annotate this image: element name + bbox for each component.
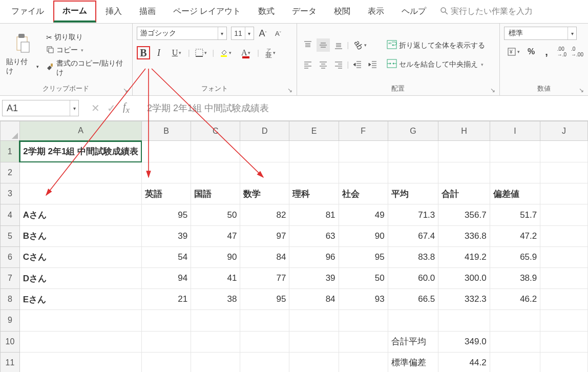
col-header-A[interactable]: A bbox=[19, 121, 141, 141]
cell-E7[interactable]: 39 bbox=[289, 268, 339, 289]
worksheet-grid[interactable]: A B C D E F G H I J 1 2学期 2年1組 中間試験成績表 bbox=[0, 121, 588, 372]
row-header-7[interactable]: 7 bbox=[1, 268, 20, 289]
cell-C2[interactable] bbox=[191, 162, 240, 183]
cell-A6[interactable]: Cさん bbox=[19, 246, 141, 267]
tab-insert[interactable]: 挿入 bbox=[97, 2, 130, 21]
cell-G7[interactable]: 60.0 bbox=[388, 268, 438, 289]
name-box[interactable]: A1▾ bbox=[2, 100, 79, 116]
comma-format-button[interactable]: , bbox=[540, 45, 553, 58]
paste-button[interactable]: 貼り付け▾ bbox=[4, 56, 41, 77]
col-header-I[interactable]: I bbox=[490, 121, 540, 141]
row-header-5[interactable]: 5 bbox=[1, 225, 20, 246]
cell-E2[interactable] bbox=[289, 162, 339, 183]
cell-E11[interactable] bbox=[289, 352, 339, 372]
cell-F10[interactable] bbox=[339, 331, 388, 352]
number-format-select[interactable]: 標準▾ bbox=[504, 27, 577, 40]
cell-G5[interactable]: 67.4 bbox=[388, 225, 438, 246]
cell-D1[interactable] bbox=[240, 141, 289, 162]
cancel-formula-icon[interactable]: ✕ bbox=[91, 102, 100, 114]
cell-C1[interactable] bbox=[191, 141, 240, 162]
cell-J5[interactable] bbox=[540, 225, 588, 246]
cell-E10[interactable] bbox=[289, 331, 339, 352]
alignment-launcher[interactable]: ↘ bbox=[490, 87, 495, 94]
cell-B11[interactable] bbox=[142, 352, 191, 372]
cell-E6[interactable]: 96 bbox=[289, 246, 339, 267]
cell-G9[interactable] bbox=[388, 310, 438, 331]
decrease-decimal-button[interactable]: .0→.00 bbox=[571, 45, 584, 58]
align-left-button[interactable] bbox=[301, 58, 314, 71]
cell-E9[interactable] bbox=[289, 310, 339, 331]
cell-I5[interactable]: 47.2 bbox=[490, 225, 540, 246]
col-header-F[interactable]: F bbox=[339, 121, 388, 141]
cell-J4[interactable] bbox=[540, 204, 588, 225]
cell-J11[interactable] bbox=[540, 352, 588, 372]
cell-I10[interactable] bbox=[490, 331, 540, 352]
row-header-8[interactable]: 8 bbox=[1, 289, 20, 310]
row-header-1[interactable]: 1 bbox=[1, 141, 20, 162]
select-all-corner[interactable] bbox=[1, 121, 20, 141]
cell-C3[interactable]: 国語 bbox=[191, 183, 240, 204]
cell-G6[interactable]: 83.8 bbox=[388, 246, 438, 267]
cell-H4[interactable]: 356.7 bbox=[438, 204, 490, 225]
cell-E1[interactable] bbox=[289, 141, 339, 162]
cell-E4[interactable]: 81 bbox=[289, 204, 339, 225]
font-name-select[interactable]: 游ゴシック▾ bbox=[137, 27, 227, 40]
cell-A8[interactable]: Eさん bbox=[19, 289, 141, 310]
font-color-button[interactable]: A ▾ bbox=[237, 46, 255, 59]
col-header-B[interactable]: B bbox=[142, 121, 191, 141]
font-launcher[interactable]: ↘ bbox=[287, 87, 292, 94]
row-header-9[interactable]: 9 bbox=[1, 310, 20, 331]
cell-J8[interactable] bbox=[540, 289, 588, 310]
cell-A3[interactable] bbox=[19, 183, 141, 204]
paste-icon[interactable] bbox=[14, 33, 31, 55]
cell-A4[interactable]: Aさん bbox=[19, 204, 141, 225]
cell-B10[interactable] bbox=[142, 331, 191, 352]
cell-C10[interactable] bbox=[191, 331, 240, 352]
cell-H2[interactable] bbox=[438, 162, 490, 183]
tab-draw[interactable]: 描画 bbox=[131, 2, 164, 21]
cell-B4[interactable]: 95 bbox=[142, 204, 191, 225]
cell-F8[interactable]: 93 bbox=[339, 289, 388, 310]
cell-B6[interactable]: 54 bbox=[142, 246, 191, 267]
align-center-button[interactable] bbox=[317, 58, 330, 71]
cell-E8[interactable]: 84 bbox=[289, 289, 339, 310]
align-middle-button[interactable] bbox=[317, 38, 330, 52]
cell-J7[interactable] bbox=[540, 268, 588, 289]
cell-I6[interactable]: 65.9 bbox=[490, 246, 540, 267]
tab-data[interactable]: データ bbox=[284, 2, 325, 21]
formula-input[interactable]: 2学期 2年1組 中間試験成績表 bbox=[137, 102, 588, 114]
cell-J3[interactable] bbox=[540, 183, 588, 204]
cell-J2[interactable] bbox=[540, 162, 588, 183]
cell-G11[interactable]: 標準偏差 bbox=[388, 352, 438, 372]
cell-J6[interactable] bbox=[540, 246, 588, 267]
merge-center-button[interactable]: セルを結合して中央揃え▾ bbox=[385, 58, 487, 71]
underline-button[interactable]: U▾ bbox=[167, 46, 186, 59]
cell-A1[interactable]: 2学期 2年1組 中間試験成績表 bbox=[19, 141, 141, 162]
accounting-format-button[interactable]: ¥▾ bbox=[504, 45, 522, 58]
row-header-3[interactable]: 3 bbox=[1, 183, 20, 204]
row-header-4[interactable]: 4 bbox=[1, 204, 20, 225]
decrease-indent-button[interactable] bbox=[351, 58, 364, 71]
cell-I7[interactable]: 38.9 bbox=[490, 268, 540, 289]
increase-indent-button[interactable] bbox=[366, 58, 380, 71]
cell-G1[interactable] bbox=[388, 141, 438, 162]
cell-D11[interactable] bbox=[240, 352, 289, 372]
cell-F11[interactable] bbox=[339, 352, 388, 372]
cell-B3[interactable]: 英語 bbox=[142, 183, 191, 204]
cell-J10[interactable] bbox=[540, 331, 588, 352]
cell-H1[interactable] bbox=[438, 141, 490, 162]
increase-font-button[interactable]: Aˆ bbox=[256, 27, 269, 40]
tab-review[interactable]: 校閲 bbox=[326, 2, 359, 21]
tab-file[interactable]: ファイル bbox=[3, 2, 52, 21]
cell-A11[interactable] bbox=[19, 352, 141, 372]
cell-I3[interactable]: 偏差値 bbox=[490, 183, 540, 204]
cell-F4[interactable]: 49 bbox=[339, 204, 388, 225]
tab-view[interactable]: 表示 bbox=[360, 2, 392, 21]
cell-H3[interactable]: 合計 bbox=[438, 183, 490, 204]
tell-me-search[interactable]: 実行したい作業を入力 bbox=[439, 6, 533, 17]
row-header-10[interactable]: 10 bbox=[1, 331, 20, 352]
decrease-font-button[interactable]: Aˇ bbox=[271, 27, 285, 40]
row-header-11[interactable]: 11 bbox=[1, 352, 20, 372]
cell-D3[interactable]: 数学 bbox=[240, 183, 289, 204]
cell-H8[interactable]: 332.3 bbox=[438, 289, 490, 310]
